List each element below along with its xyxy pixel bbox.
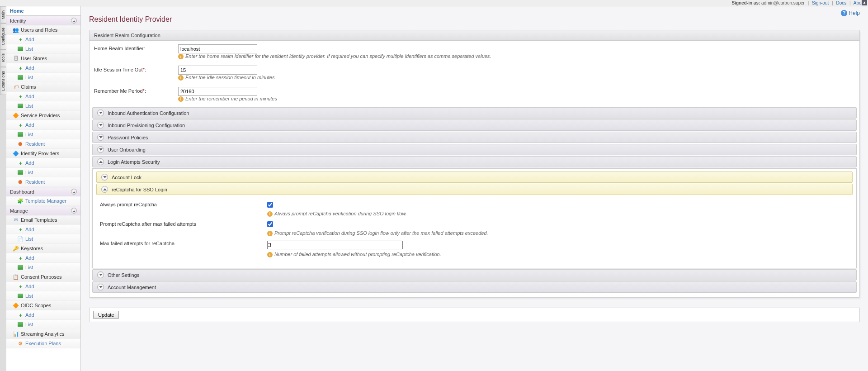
database-icon: 🗄 (13, 55, 19, 62)
sidebar-item-add[interactable]: ＋Add (6, 35, 80, 44)
signed-in-label: Signed-in as: (732, 0, 760, 5)
sidebar-group-service-providers[interactable]: 🔶Service Providers (6, 111, 80, 120)
help-link[interactable]: ?Help (841, 10, 860, 16)
sidebar-item-list[interactable]: 📄List (6, 234, 80, 244)
subaccordion-account-lock[interactable]: Account Lock (96, 171, 853, 183)
after-max-hint: Prompt reCaptcha verification during SSO… (274, 230, 488, 236)
idle-session-input[interactable] (178, 66, 257, 75)
sidebar-group-consent-purposes[interactable]: 📋Consent Purposes (6, 272, 80, 282)
info-icon: i (178, 96, 184, 102)
sidebar-item-list[interactable]: List (6, 168, 80, 177)
chevron-up-icon (101, 186, 108, 193)
page-title: Resident Identity Provider (89, 15, 860, 24)
chevron-down-icon (97, 109, 104, 116)
sidebar-item-add[interactable]: ＋Add (6, 282, 80, 291)
add-icon: ＋ (17, 36, 24, 43)
list-icon (17, 321, 24, 328)
accordion-user-onboarding[interactable]: User Onboarding (92, 144, 857, 155)
provider-icon: 🔷 (13, 150, 19, 157)
accordion-password-policies[interactable]: Password Policies (92, 132, 857, 143)
chevron-down-icon (97, 284, 104, 290)
remember-me-input[interactable] (178, 87, 257, 96)
sidebar-group-users-roles[interactable]: 👥Users and Roles (6, 25, 80, 35)
list-icon (17, 264, 24, 271)
sidebar-section-identity[interactable]: Identity (6, 16, 80, 25)
rail-tab-tools[interactable]: Tools (0, 49, 6, 67)
sidebar-section-manage[interactable]: Manage (6, 206, 80, 215)
sidebar-item-list[interactable]: List (6, 320, 80, 329)
rail-tab-configure[interactable]: Configure (0, 24, 6, 49)
rail-tab-extensions[interactable]: Extensions (0, 67, 6, 95)
sidebar-item-list[interactable]: List (6, 101, 80, 111)
sidebar-group-user-stores[interactable]: 🗄User Stores (6, 54, 80, 63)
accordion-inbound-prov[interactable]: Inbound Provisioning Configuration (92, 119, 857, 131)
sidebar-group-oidc-scopes[interactable]: 🔶OIDC Scopes (6, 301, 80, 310)
scroll-top-icon[interactable]: ▲ (862, 0, 867, 5)
sidebar-item-add[interactable]: ＋Add (6, 63, 80, 73)
info-icon: i (178, 75, 184, 81)
sidebar-section-dashboard[interactable]: Dashboard (6, 187, 80, 196)
login-attempts-body: Account Lock reCaptcha for SSO Login Alw… (92, 168, 857, 268)
sidebar-item-resident[interactable]: ⬢Resident (6, 177, 80, 187)
tag-icon: 🏷 (13, 84, 19, 90)
after-max-checkbox[interactable] (267, 221, 273, 227)
rail-tab-main[interactable]: Main (0, 6, 6, 24)
sidebar-item-list[interactable]: List (6, 73, 80, 82)
home-realm-input[interactable] (178, 44, 257, 53)
update-button[interactable]: Update (93, 311, 119, 319)
sidebar-group-streaming-analytics[interactable]: 📊Streaming Analytics (6, 329, 80, 339)
list-icon (17, 103, 24, 109)
sidebar-item-add[interactable]: ＋Add (6, 310, 80, 320)
consent-icon: 📋 (13, 274, 19, 280)
scope-icon: 🔶 (13, 302, 19, 309)
subaccordion-recaptcha[interactable]: reCaptcha for SSO Login (96, 184, 853, 195)
info-icon: i (267, 252, 273, 257)
accordion-inbound-auth[interactable]: Inbound Authentication Configuration (92, 107, 857, 119)
sidebar-item-resident[interactable]: ⬢Resident (6, 139, 80, 149)
info-icon: i (178, 54, 184, 59)
idle-session-label: Idle Session Time Out*: (94, 66, 178, 75)
topbar: Signed-in as: admin@carbon.super | Sign-… (0, 0, 868, 6)
max-failed-label: Max failed attempts for reCaptcha (100, 241, 267, 246)
accordion-login-attempts[interactable]: Login Attempts Security (92, 156, 857, 167)
sidebar-item-add[interactable]: ＋Add (6, 120, 80, 130)
sign-out-link[interactable]: Sign-out (812, 0, 829, 5)
accordion-other-settings[interactable]: Other Settings (92, 269, 857, 281)
signed-in-user: admin@carbon.super (761, 0, 805, 5)
breadcrumb-home[interactable]: Home (10, 8, 24, 14)
panel-header: Resident Realm Configuration (90, 30, 859, 41)
sidebar-group-claims[interactable]: 🏷Claims (6, 82, 80, 92)
list-icon (17, 169, 24, 176)
add-icon: ＋ (17, 93, 24, 100)
sidebar-group-identity-providers[interactable]: 🔷Identity Providers (6, 149, 80, 158)
always-prompt-label: Always prompt reCaptcha (100, 202, 267, 207)
template-icon: 🧩 (17, 198, 24, 204)
sidebar-item-list[interactable]: List (6, 44, 80, 54)
sidebar-item-template-manager[interactable]: 🧩Template Manager (6, 196, 80, 206)
chevron-down-icon (97, 134, 104, 141)
sidebar-item-list[interactable]: List (6, 263, 80, 272)
sidebar-item-add[interactable]: ＋Add (6, 92, 80, 101)
max-failed-hint: Number of failed attempts allowed withou… (274, 252, 441, 257)
accordion-account-management[interactable]: Account Management (92, 281, 857, 293)
main-content: ?Help Resident Identity Provider Residen… (81, 6, 868, 371)
sidebar-item-add[interactable]: ＋Add (6, 225, 80, 234)
chevron-down-icon (97, 122, 104, 128)
realm-config-panel: Resident Realm Configuration Home Realm … (89, 30, 860, 298)
max-failed-input[interactable] (267, 241, 403, 249)
always-prompt-checkbox[interactable] (267, 202, 273, 208)
sidebar-item-list[interactable]: List (6, 291, 80, 301)
sidebar-item-add[interactable]: ＋Add (6, 158, 80, 168)
sidebar-group-keystores[interactable]: 🔑Keystores (6, 244, 80, 253)
sidebar-group-email-templates[interactable]: ✉Email Templates (6, 215, 80, 225)
list-icon: 📄 (17, 236, 24, 242)
sidebar-item-execution-plans[interactable]: ⚙Execution Plans (6, 339, 80, 348)
list-icon (17, 74, 24, 81)
sidebar-item-add[interactable]: ＋Add (6, 253, 80, 263)
add-icon: ＋ (17, 283, 24, 290)
home-realm-label: Home Realm Identifier: (94, 44, 178, 53)
remember-me-hint: Enter the remember me period in minutes (185, 96, 277, 101)
add-icon: ＋ (17, 122, 24, 128)
sidebar-item-list[interactable]: List (6, 130, 80, 139)
docs-link[interactable]: Docs (836, 0, 846, 5)
